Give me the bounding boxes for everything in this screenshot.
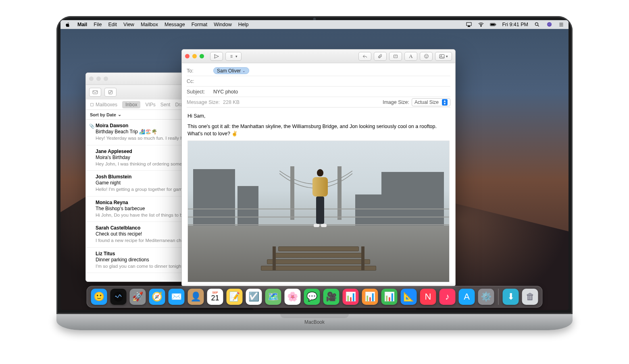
- message-size-label: Message Size:: [187, 99, 220, 105]
- siri-icon[interactable]: [546, 21, 552, 28]
- dock-settings-icon[interactable]: ⚙️: [478, 289, 494, 305]
- attach-button[interactable]: [374, 52, 387, 61]
- dock-siri-icon[interactable]: [110, 289, 127, 305]
- dock-keynote-icon[interactable]: 📐: [401, 289, 417, 305]
- dock-facetime-icon[interactable]: 🎥: [323, 289, 339, 305]
- format-button[interactable]: A: [404, 52, 417, 61]
- svg-rect-4: [496, 24, 496, 25]
- dock-messages-icon[interactable]: 💬: [304, 289, 320, 305]
- traffic-close-icon[interactable]: [89, 77, 94, 81]
- dock-safari-icon[interactable]: 🧭: [149, 289, 165, 305]
- menu-window[interactable]: Window: [214, 22, 231, 27]
- menu-help[interactable]: Help: [238, 22, 249, 27]
- message-from: Liz Titus: [96, 251, 115, 256]
- svg-point-15: [424, 54, 428, 58]
- notification-center-icon[interactable]: [558, 21, 564, 28]
- message-from: Monica Reyna: [96, 200, 128, 205]
- svg-point-5: [535, 23, 538, 25]
- dock-ibooks-icon[interactable]: 📊: [362, 289, 378, 305]
- to-field-row[interactable]: To: Sam Oliver⌄: [187, 66, 450, 76]
- apple-menu-icon[interactable]: [65, 21, 71, 28]
- traffic-minimize-icon[interactable]: [96, 77, 101, 81]
- menu-edit[interactable]: Edit: [108, 22, 117, 27]
- menu-view[interactable]: View: [123, 22, 134, 27]
- recipient-pill[interactable]: Sam Oliver⌄: [213, 67, 249, 74]
- traffic-minimize-icon[interactable]: [192, 54, 197, 58]
- message-from: Josh Blumstein: [96, 174, 131, 180]
- dock-reminders-icon[interactable]: ☑️: [246, 289, 262, 305]
- chevron-down-icon: ⌄: [118, 112, 121, 117]
- traffic-zoom-icon[interactable]: [200, 54, 204, 58]
- menu-mailbox[interactable]: Mailbox: [141, 22, 158, 27]
- dock-calendar-icon[interactable]: SEP21: [207, 289, 223, 305]
- compose-button[interactable]: [104, 88, 117, 97]
- dock-launchpad-icon[interactable]: 🚀: [130, 289, 146, 305]
- image-size-label: Image Size:: [383, 99, 409, 105]
- dock-divider: [498, 289, 499, 305]
- emoji-button[interactable]: [420, 52, 433, 61]
- subject-field-row[interactable]: Subject: NYC photo: [187, 87, 450, 97]
- compose-body[interactable]: Hi Sam, This one's got it all: the Manha…: [182, 108, 455, 286]
- menubar-app-name[interactable]: Mail: [77, 22, 87, 27]
- image-size-select[interactable]: Actual Size ▲▼: [412, 98, 450, 106]
- photo-browser-button[interactable]: ▾: [435, 52, 452, 61]
- svg-point-16: [425, 56, 426, 56]
- svg-point-1: [481, 26, 481, 27]
- tab-inbox[interactable]: Inbox: [122, 101, 140, 108]
- get-mail-button[interactable]: [89, 88, 101, 97]
- subject-label: Subject:: [187, 89, 210, 95]
- message-from: Sarah Castelblanco: [96, 225, 140, 231]
- markup-button[interactable]: [389, 52, 402, 61]
- battery-icon[interactable]: [490, 21, 496, 28]
- body-paragraph: This one's got it all: the Manhattan sky…: [187, 123, 450, 137]
- dock-music-icon[interactable]: ♪: [439, 289, 456, 305]
- cc-label: Cc:: [187, 79, 210, 84]
- dock-appstore-numbers-icon[interactable]: 📊: [381, 289, 398, 305]
- menu-message[interactable]: Message: [165, 22, 185, 27]
- dock-contacts-icon[interactable]: 👤: [188, 289, 204, 305]
- dock[interactable]: 🙂🚀🧭✉️👤SEP21📝☑️🗺️🌸💬🎥📊📊📊📐N♪A⚙️⬇🗑: [87, 286, 543, 308]
- message-from: Moira Dawson: [96, 123, 128, 128]
- svg-rect-3: [491, 23, 495, 25]
- svg-rect-12: [91, 103, 94, 106]
- laptop-label: MacBook: [304, 319, 325, 325]
- message-from: Jane Appleseed: [96, 149, 132, 154]
- size-row: Message Size: 228 KB Image Size: Actual …: [187, 97, 450, 108]
- dock-itunes-icon[interactable]: 📊: [343, 289, 359, 305]
- mail-compose-window[interactable]: ▾ A ▾ To: Sam Oliver⌄: [181, 49, 456, 287]
- dock-news-icon[interactable]: N: [420, 289, 436, 305]
- tab-mailboxes[interactable]: Mailboxes: [90, 102, 117, 108]
- svg-rect-7: [93, 91, 98, 94]
- dock-downloads-icon[interactable]: ⬇: [503, 289, 519, 305]
- laptop-base: MacBook: [56, 314, 573, 330]
- dock-appstore-icon[interactable]: A: [459, 289, 475, 305]
- spotlight-icon[interactable]: [534, 21, 540, 28]
- traffic-close-icon[interactable]: [185, 54, 190, 58]
- wifi-icon[interactable]: [478, 21, 484, 28]
- menubar-clock[interactable]: Fri 9:41 PM: [502, 22, 528, 27]
- dock-photos-icon[interactable]: 🌸: [285, 289, 301, 305]
- dock-maps-icon[interactable]: 🗺️: [265, 289, 281, 305]
- svg-point-17: [427, 56, 427, 56]
- send-button[interactable]: [210, 52, 223, 61]
- tab-sent[interactable]: Sent: [160, 102, 171, 108]
- body-greeting: Hi Sam,: [187, 112, 450, 120]
- to-label: To:: [187, 68, 210, 74]
- reply-button[interactable]: [358, 52, 371, 61]
- dock-mail-icon[interactable]: ✉️: [169, 289, 185, 305]
- svg-point-19: [441, 55, 442, 56]
- airplay-icon[interactable]: [466, 21, 472, 28]
- dock-finder-icon[interactable]: 🙂: [91, 289, 107, 305]
- attached-photo[interactable]: [187, 141, 450, 282]
- menu-file[interactable]: File: [94, 22, 102, 27]
- traffic-zoom-icon[interactable]: [104, 77, 108, 81]
- subject-value[interactable]: NYC photo: [213, 89, 238, 95]
- menu-format[interactable]: Format: [192, 22, 208, 27]
- cc-field-row[interactable]: Cc:: [187, 76, 450, 87]
- header-fields-dropdown[interactable]: ▾: [225, 52, 242, 61]
- dock-notes-icon[interactable]: 📝: [227, 289, 243, 305]
- chevron-down-icon: ⌄: [242, 69, 246, 73]
- dock-trash-icon[interactable]: 🗑: [522, 289, 538, 305]
- sort-dropdown[interactable]: Sort by Date⌄: [90, 112, 121, 117]
- tab-vips[interactable]: VIPs: [145, 102, 155, 108]
